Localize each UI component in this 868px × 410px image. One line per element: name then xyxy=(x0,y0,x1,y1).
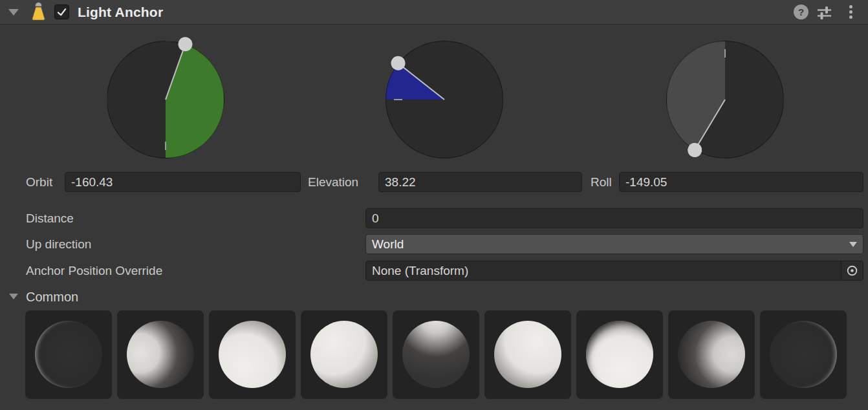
preset-thumbnail[interactable] xyxy=(209,310,296,399)
preset-thumbnail[interactable] xyxy=(760,310,847,399)
roll-input[interactable] xyxy=(619,172,863,192)
anchor-override-label: Anchor Position Override xyxy=(26,261,162,281)
orbit-zero-tick xyxy=(165,100,166,150)
orbit-dial-handle[interactable] xyxy=(176,35,194,53)
preset-thumbnail[interactable] xyxy=(576,310,663,399)
presets-icon[interactable] xyxy=(816,4,833,21)
elevation-needle xyxy=(398,63,445,100)
orbit-needle xyxy=(165,44,186,100)
up-direction-dropdown[interactable]: World xyxy=(365,234,863,254)
anchor-override-value: None (Transform) xyxy=(372,264,468,277)
elevation-label: Elevation xyxy=(308,172,358,192)
common-label: Common xyxy=(26,287,78,307)
object-picker-icon xyxy=(845,264,859,277)
light-component-icon xyxy=(28,1,49,23)
checkmark-icon xyxy=(56,6,68,18)
elevation-dial[interactable] xyxy=(385,41,503,158)
orbit-input[interactable] xyxy=(65,172,301,192)
preset-sphere xyxy=(35,321,102,388)
preset-sphere xyxy=(770,321,837,388)
roll-dial[interactable] xyxy=(666,41,784,158)
dropdown-arrow-icon xyxy=(849,242,857,247)
preset-thumbnail[interactable] xyxy=(117,310,204,399)
up-direction-label: Up direction xyxy=(26,234,91,254)
preset-thumbnail[interactable] xyxy=(668,310,755,399)
preset-sphere xyxy=(402,321,470,388)
help-icon[interactable]: ? xyxy=(794,5,808,19)
elevation-input[interactable] xyxy=(378,172,582,192)
component-header: Light Anchor ? xyxy=(0,0,868,25)
orbit-dial[interactable] xyxy=(107,41,224,158)
preset-sphere xyxy=(494,321,561,388)
more-menu-icon[interactable] xyxy=(849,5,852,21)
component-title: Light Anchor xyxy=(78,0,163,24)
elevation-zero-tick xyxy=(394,99,444,100)
distance-label: Distance xyxy=(26,208,74,228)
preset-thumbnail[interactable] xyxy=(25,310,112,399)
common-foldout-arrow-icon[interactable] xyxy=(9,294,18,299)
preset-sphere xyxy=(219,321,286,388)
anchor-override-objectfield[interactable]: None (Transform) xyxy=(365,261,863,281)
elevation-dial-handle[interactable] xyxy=(388,53,408,73)
enabled-checkbox[interactable] xyxy=(54,5,69,19)
orbit-label: Orbit xyxy=(26,172,52,192)
foldout-arrow-icon[interactable] xyxy=(8,9,19,16)
preset-sphere xyxy=(678,321,745,388)
preset-sphere xyxy=(310,321,378,388)
up-direction-value: World xyxy=(372,237,404,251)
preset-thumbnail[interactable] xyxy=(301,310,387,399)
preset-sphere xyxy=(127,321,194,388)
preset-thumbnail[interactable] xyxy=(484,310,571,399)
preset-thumbnail[interactable] xyxy=(393,310,479,399)
roll-dial-handle[interactable] xyxy=(685,140,704,160)
roll-label: Roll xyxy=(591,172,612,192)
preset-sphere xyxy=(586,321,653,388)
distance-input[interactable] xyxy=(365,208,863,228)
object-picker-button[interactable] xyxy=(841,261,863,280)
light-anchor-inspector: Light Anchor ? Orbit Elevation Ro xyxy=(0,0,868,410)
roll-zero-tick xyxy=(724,49,726,100)
roll-needle xyxy=(694,99,726,150)
